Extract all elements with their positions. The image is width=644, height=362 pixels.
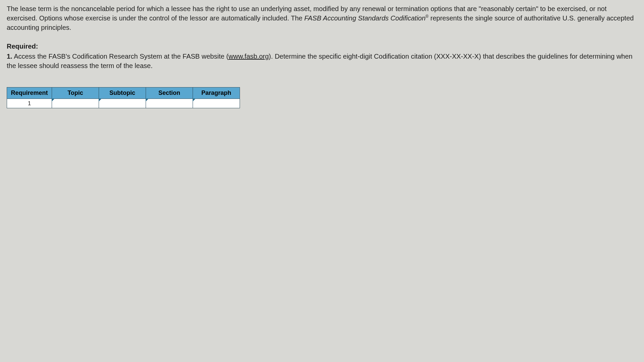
cell-requirement: 1 [7, 99, 52, 108]
header-paragraph: Paragraph [193, 87, 240, 99]
cell-section[interactable] [146, 99, 193, 108]
table-row: 1 [7, 99, 240, 108]
required-text-before-link: Access the FASB's Codification Research … [12, 53, 229, 60]
registered-symbol: ® [426, 14, 429, 19]
fasb-link[interactable]: www.fasb.org [229, 53, 269, 60]
intro-italic: FASB Accounting Standards Codification [304, 14, 426, 22]
paragraph-input[interactable] [193, 99, 240, 108]
dropdown-marker-icon [146, 99, 149, 102]
cell-paragraph[interactable] [193, 99, 240, 108]
cell-topic[interactable] [52, 99, 99, 108]
intro-paragraph: The lease term is the noncancelable peri… [7, 4, 637, 32]
topic-input[interactable] [52, 99, 99, 108]
header-subtopic: Subtopic [99, 87, 146, 99]
required-number: 1. [7, 53, 12, 60]
subtopic-input[interactable] [99, 99, 146, 108]
cell-subtopic[interactable] [99, 99, 146, 108]
dropdown-marker-icon [193, 99, 196, 102]
dropdown-marker-icon [99, 99, 102, 102]
citation-table: Requirement Topic Subtopic Section Parag… [7, 87, 240, 108]
header-requirement: Requirement [7, 87, 52, 99]
dropdown-marker-icon [52, 99, 55, 102]
required-label: Required: [7, 42, 637, 51]
header-topic: Topic [52, 87, 99, 99]
header-section: Section [146, 87, 193, 99]
section-input[interactable] [146, 99, 193, 108]
required-item-1: 1. Access the FASB's Codification Resear… [7, 52, 637, 70]
